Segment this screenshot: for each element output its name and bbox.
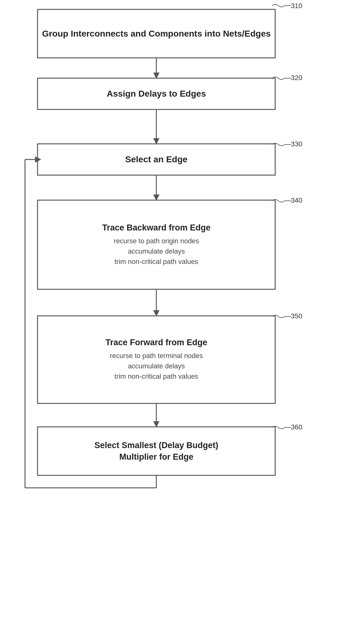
diagram-svg <box>0 0 364 637</box>
svg-rect-3 <box>38 200 275 289</box>
svg-rect-2 <box>38 144 275 175</box>
ref-label-330: 330 <box>291 140 302 148</box>
svg-rect-5 <box>38 427 275 475</box>
svg-rect-4 <box>38 316 275 403</box>
svg-rect-1 <box>38 78 275 109</box>
ref-label-350: 350 <box>291 312 302 320</box>
svg-rect-0 <box>38 9 275 58</box>
diagram-container: Group Interconnects and Components into … <box>0 0 364 637</box>
ref-label-310: 310 <box>291 2 302 10</box>
ref-label-340: 340 <box>291 196 302 205</box>
ref-label-360: 360 <box>291 423 302 431</box>
ref-label-320: 320 <box>291 74 302 82</box>
